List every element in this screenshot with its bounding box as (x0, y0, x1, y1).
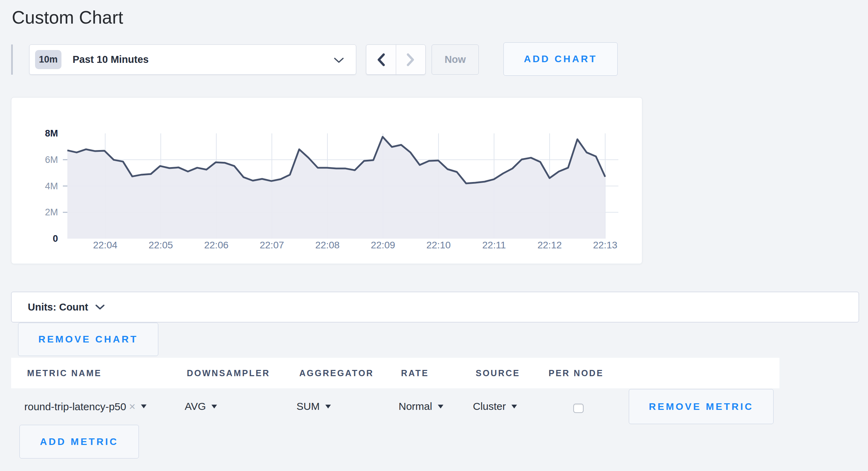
triangle-down-icon (211, 405, 217, 408)
metrics-table-header: METRIC NAME DOWNSAMPLER AGGREGATOR RATE … (11, 358, 779, 388)
column-header-downsampler: DOWNSAMPLER (187, 368, 270, 378)
y-axis-tick-label: 4M (15, 181, 58, 191)
triangle-down-icon (438, 405, 443, 408)
now-button[interactable]: Now (432, 44, 479, 75)
x-axis-tick-label: 22:10 (426, 240, 451, 251)
aggregator-value: SUM (297, 400, 320, 412)
source-value: Cluster (473, 400, 506, 412)
column-header-aggregator: AGGREGATOR (299, 368, 374, 378)
x-axis-tick-label: 22:07 (260, 240, 284, 251)
chevron-down-icon (334, 57, 344, 63)
y-axis-tick-label: 6M (15, 154, 58, 165)
time-range-accent-bar (11, 44, 13, 75)
rate-select[interactable]: Normal (399, 400, 443, 412)
column-header-source: SOURCE (476, 368, 520, 378)
chevron-left-icon (377, 53, 385, 66)
x-axis-tick-label: 22:08 (315, 240, 340, 251)
metric-name-value: round-trip-latency-p50 (24, 400, 126, 412)
chevron-down-icon (95, 304, 105, 310)
column-header-metric-name: METRIC NAME (27, 368, 102, 378)
triangle-down-icon (511, 405, 517, 408)
add-metric-button[interactable]: ADD METRIC (19, 425, 139, 458)
y-axis-tick-label: 0 (15, 233, 58, 244)
time-range-label: Past 10 Minutes (73, 54, 149, 65)
chart-plot-svg (63, 133, 618, 239)
x-axis-tick-label: 22:09 (371, 240, 395, 251)
x-axis-tick-label: 22:11 (482, 240, 506, 251)
triangle-down-icon (141, 405, 147, 408)
downsampler-select[interactable]: AVG (185, 400, 217, 412)
x-axis-tick-label: 22:13 (593, 240, 617, 251)
x-axis-tick-label: 22:06 (204, 240, 228, 251)
time-range-badge: 10m (35, 50, 61, 69)
column-header-rate: RATE (401, 368, 429, 378)
x-axis-tick-label: 22:05 (149, 240, 173, 251)
downsampler-value: AVG (185, 400, 206, 412)
y-axis-tick-label: 2M (15, 207, 58, 218)
chart-card: 8M6M4M2M0 22:0422:0522:0622:0722:0822:09… (11, 97, 642, 264)
x-axis-tick-label: 22:04 (93, 240, 117, 251)
aggregator-select[interactable]: SUM (297, 400, 331, 412)
triangle-down-icon (325, 405, 331, 408)
units-label: Units: Count (28, 301, 88, 313)
remove-metric-button[interactable]: REMOVE METRIC (629, 389, 774, 424)
prev-timewindow-button[interactable] (366, 45, 396, 74)
y-axis-tick-label: 8M (15, 128, 58, 139)
per-node-checkbox[interactable] (573, 404, 584, 413)
source-select[interactable]: Cluster (473, 400, 517, 412)
time-range-select[interactable]: 10m Past 10 Minutes (29, 44, 356, 75)
clear-metric-icon[interactable]: × (129, 400, 135, 413)
units-select[interactable]: Units: Count (11, 292, 859, 322)
time-nav-group (366, 44, 426, 75)
x-axis-tick-label: 22:12 (537, 240, 562, 251)
rate-value: Normal (399, 400, 432, 412)
add-chart-button[interactable]: ADD CHART (503, 42, 618, 76)
column-header-per-node: PER NODE (549, 368, 604, 378)
remove-chart-button[interactable]: REMOVE CHART (18, 323, 158, 356)
page-title: Custom Chart (12, 7, 123, 28)
chevron-right-icon (407, 53, 415, 66)
next-timewindow-button[interactable] (396, 45, 426, 74)
metric-name-select[interactable]: round-trip-latency-p50 × (24, 400, 147, 413)
